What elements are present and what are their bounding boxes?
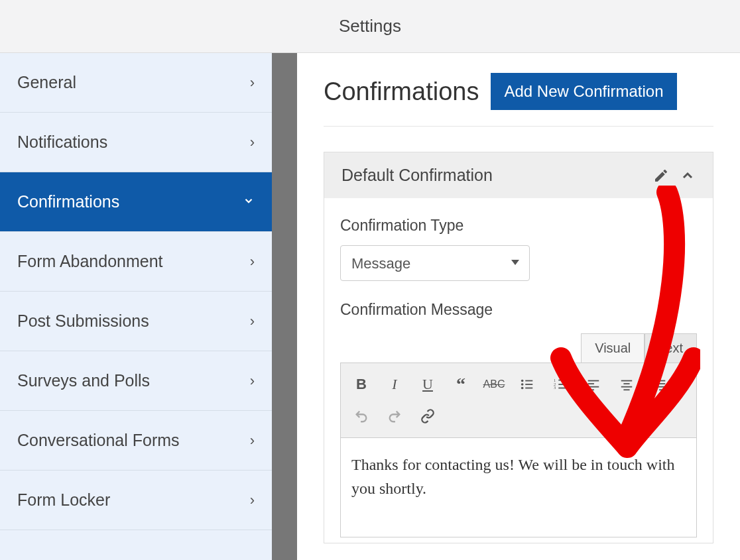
sidebar-item-label: Surveys and Polls	[17, 371, 150, 390]
settings-sidebar: General › Notifications › Confirmations …	[0, 53, 272, 560]
editor-tabs: Visual Text	[340, 333, 697, 363]
svg-rect-16	[621, 380, 633, 382]
undo-icon[interactable]	[346, 402, 377, 431]
chevron-right-icon: ›	[250, 313, 255, 330]
sidebar-item-general[interactable]: General ›	[0, 53, 272, 113]
confirmation-type-select-wrap: Message	[340, 245, 530, 281]
chevron-right-icon: ›	[250, 432, 255, 449]
main-heading: Confirmations	[324, 78, 479, 106]
chevron-right-icon: ›	[250, 74, 255, 91]
sidebar-item-form-locker[interactable]: Form Locker ›	[0, 471, 272, 530]
bullet-list-icon[interactable]	[512, 370, 542, 399]
add-new-confirmation-button[interactable]: Add New Confirmation	[491, 73, 676, 110]
align-center-icon[interactable]	[611, 370, 642, 399]
chevron-right-icon: ›	[250, 372, 255, 390]
svg-rect-12	[588, 380, 599, 382]
numbered-list-icon[interactable]: 123	[545, 370, 576, 399]
svg-rect-22	[654, 386, 666, 388]
confirmation-message-label: Confirmation Message	[340, 301, 697, 319]
svg-rect-15	[588, 389, 594, 390]
svg-text:3: 3	[554, 385, 556, 390]
svg-rect-13	[588, 383, 594, 384]
confirmation-panel: Default Confirmation Confirmation Type M…	[324, 152, 713, 543]
svg-rect-11	[558, 388, 566, 389]
sidebar-item-form-abandonment[interactable]: Form Abandonment ›	[0, 232, 272, 292]
editor-toolbar: B I U “ ABC 123	[340, 363, 697, 438]
sidebar-item-label: Post Submissions	[17, 311, 149, 331]
sidebar-item-label: Notifications	[17, 133, 107, 152]
layout: General › Notifications › Confirmations …	[0, 53, 740, 560]
svg-point-0	[521, 380, 524, 382]
confirmation-type-select[interactable]: Message	[340, 245, 530, 281]
svg-rect-18	[621, 386, 633, 388]
italic-icon[interactable]: I	[379, 370, 410, 399]
chevron-down-icon	[243, 194, 255, 211]
sidebar-item-label: Form Locker	[17, 490, 110, 510]
align-right-icon[interactable]	[645, 370, 675, 399]
sidebar-item-label: Conversational Forms	[17, 431, 180, 450]
confirmation-type-label: Confirmation Type	[340, 217, 697, 235]
chevron-right-icon: ›	[250, 253, 255, 270]
chevron-right-icon: ›	[250, 134, 255, 151]
main-content: Confirmations Add New Confirmation Defau…	[297, 53, 740, 560]
sidebar-item-post-submissions[interactable]: Post Submissions ›	[0, 292, 272, 351]
chevron-right-icon: ›	[250, 492, 255, 509]
sidebar-item-label: Form Abandonment	[17, 252, 163, 271]
svg-rect-23	[659, 389, 665, 390]
svg-rect-7	[558, 380, 566, 381]
strikethrough-icon[interactable]: ABC	[479, 370, 509, 399]
main-header: Confirmations Add New Confirmation	[324, 73, 713, 127]
link-icon[interactable]	[412, 402, 443, 431]
svg-rect-17	[623, 383, 629, 384]
svg-rect-19	[623, 389, 629, 390]
svg-rect-1	[525, 380, 532, 382]
bold-icon[interactable]: B	[346, 370, 377, 399]
editor: Visual Text B I U “ ABC 123	[340, 333, 697, 537]
top-bar: Settings	[0, 0, 740, 53]
svg-rect-14	[588, 386, 599, 388]
svg-rect-3	[525, 384, 532, 385]
svg-point-2	[521, 383, 524, 386]
redo-icon[interactable]	[379, 402, 410, 431]
underline-icon[interactable]: U	[412, 370, 443, 399]
sidebar-item-notifications[interactable]: Notifications ›	[0, 113, 272, 172]
panel-title: Default Confirmation	[341, 166, 643, 185]
svg-rect-20	[654, 380, 666, 382]
sidebar-item-conversational-forms[interactable]: Conversational Forms ›	[0, 411, 272, 471]
sidebar-item-surveys-polls[interactable]: Surveys and Polls ›	[0, 351, 272, 411]
panel-body: Confirmation Type Message Confirmation M…	[324, 198, 713, 543]
sidebar-item-confirmations[interactable]: Confirmations	[0, 172, 272, 232]
tab-visual[interactable]: Visual	[581, 333, 645, 363]
svg-rect-21	[659, 383, 665, 384]
svg-rect-5	[525, 388, 532, 389]
quote-icon[interactable]: “	[446, 370, 476, 399]
align-left-icon[interactable]	[578, 370, 609, 399]
gutter	[272, 53, 297, 560]
sidebar-item-label: General	[17, 73, 76, 92]
svg-rect-9	[558, 384, 566, 385]
collapse-icon[interactable]	[680, 168, 696, 184]
svg-point-4	[521, 387, 524, 390]
edit-icon[interactable]	[653, 168, 669, 184]
panel-header[interactable]: Default Confirmation	[324, 152, 713, 198]
page-title: Settings	[339, 16, 401, 36]
tab-text[interactable]: Text	[645, 333, 697, 363]
sidebar-item-label: Confirmations	[17, 192, 119, 211]
editor-content[interactable]: Thanks for contacting us! We will be in …	[340, 438, 697, 537]
